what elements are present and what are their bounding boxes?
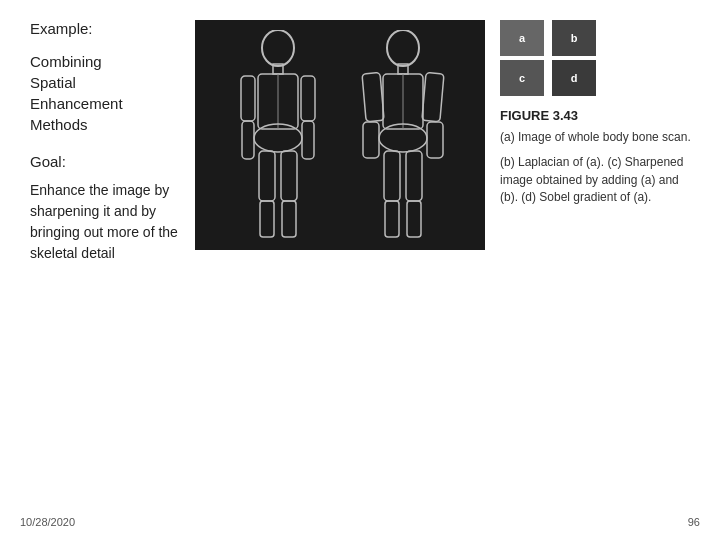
- svg-rect-11: [281, 151, 297, 201]
- figure-cell-a: a: [500, 20, 544, 56]
- skeleton-image: [195, 20, 485, 250]
- figure-caption-b: (b) Laplacian of (a). (c) Sharpened imag…: [500, 154, 700, 206]
- slide-container: Example: Combining Spatial Enhancement M…: [0, 0, 720, 540]
- title-line2: Spatial: [30, 74, 76, 91]
- title-line4: Methods: [30, 116, 88, 133]
- figure-grid: a b c d: [500, 20, 600, 96]
- svg-rect-22: [384, 151, 400, 201]
- svg-rect-6: [242, 121, 254, 159]
- figure-label: FIGURE 3.43: [500, 108, 700, 123]
- cell-label-a: a: [519, 32, 525, 44]
- goal-label: Goal:: [30, 153, 200, 170]
- cell-label-c: c: [519, 72, 525, 84]
- skeleton-front-svg: [223, 30, 333, 240]
- skeleton-svg-area: [195, 20, 485, 250]
- figure-caption-a: (a) Image of whole body bone scan.: [500, 129, 700, 146]
- svg-rect-8: [302, 121, 314, 159]
- svg-rect-24: [406, 151, 422, 201]
- svg-rect-5: [241, 76, 255, 121]
- svg-rect-25: [407, 201, 421, 237]
- figure-cell-c: c: [500, 60, 544, 96]
- title-line3: Enhancement: [30, 95, 123, 112]
- svg-rect-9: [259, 151, 275, 201]
- svg-rect-10: [260, 201, 274, 237]
- svg-rect-20: [421, 72, 443, 121]
- footer-page: 96: [688, 516, 700, 528]
- svg-point-0: [262, 30, 294, 66]
- cell-label-d: d: [571, 72, 578, 84]
- svg-rect-23: [385, 201, 399, 237]
- svg-rect-12: [282, 201, 296, 237]
- footer: 10/28/2020 96: [20, 516, 700, 528]
- figure-cell-d: d: [552, 60, 596, 96]
- description-text: Enhance the image by sharpening it and b…: [30, 180, 200, 264]
- svg-rect-21: [427, 122, 443, 158]
- left-panel: Example: Combining Spatial Enhancement M…: [30, 20, 200, 264]
- skeleton-back-svg: [348, 30, 458, 240]
- svg-rect-19: [363, 122, 379, 158]
- right-panel: a b c d FIGURE 3.43 (a) Image of whole b…: [500, 20, 700, 207]
- svg-rect-7: [301, 76, 315, 121]
- title-block: Combining Spatial Enhancement Methods: [30, 51, 200, 135]
- example-label: Example:: [30, 20, 200, 37]
- svg-point-13: [387, 30, 419, 66]
- svg-rect-18: [362, 72, 384, 121]
- cell-label-b: b: [571, 32, 578, 44]
- footer-date: 10/28/2020: [20, 516, 75, 528]
- title-line1: Combining: [30, 53, 102, 70]
- figure-cell-b: b: [552, 20, 596, 56]
